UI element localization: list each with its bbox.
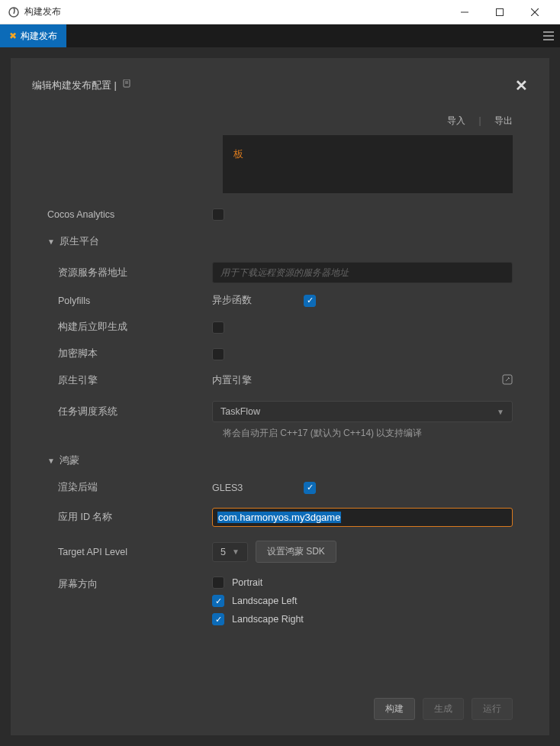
cocos-analytics-checkbox[interactable] [212, 208, 224, 221]
import-link[interactable]: 导入 [447, 115, 465, 126]
edit-icon[interactable] [502, 374, 513, 387]
polyfills-async-checkbox[interactable]: ✓ [304, 295, 316, 307]
row-resource-server: 资源服务器地址 [47, 262, 513, 283]
row-app-id: 应用 ID 名称 com.harmonyos.my3dgame [47, 508, 513, 527]
import-export-row: 导入 | 导出 [11, 115, 549, 135]
landscape-right-checkbox[interactable]: ✓ [212, 613, 224, 625]
close-panel-button[interactable]: ✕ [515, 76, 528, 95]
hamburger-menu-button[interactable] [537, 24, 560, 47]
row-orientation: 屏幕方向 Portrait ✓ Landscape Left ✓ Landsca… [47, 576, 513, 631]
set-harmony-sdk-button[interactable]: 设置鸿蒙 SDK [256, 541, 336, 563]
native-engine-value: 内置引擎 [212, 374, 252, 387]
section-harmony[interactable]: ▼ 鸿蒙 [47, 454, 513, 467]
close-window-button[interactable] [517, 0, 552, 24]
wrench-icon: ✖ [9, 31, 17, 41]
run-button[interactable]: 运行 [471, 698, 513, 720]
panel-header: 编辑构建发布配置 | ✕ [11, 76, 549, 115]
window-titlebar: 构建发布 [0, 0, 560, 24]
content-area: 编辑构建发布配置 | ✕ 导入 | 导出 板 Cocos Analytics ▼… [0, 47, 560, 746]
build-button[interactable]: 构建 [374, 698, 415, 720]
row-task-system: 任务调度系统 TaskFlow ▼ [47, 401, 513, 422]
polyfills-async-label: 异步函数 [212, 294, 304, 307]
encrypt-checkbox[interactable] [212, 348, 224, 360]
export-link[interactable]: 导出 [494, 115, 513, 126]
row-native-engine: 原生引擎 内置引擎 [47, 374, 513, 387]
row-encrypt: 加密脚本 [47, 347, 513, 360]
generate-button[interactable]: 生成 [423, 698, 464, 720]
svg-rect-2 [497, 8, 504, 15]
tab-label: 构建发布 [21, 30, 57, 43]
orientation-landscape-right: ✓ Landscape Right [212, 613, 304, 625]
panel-title: 编辑构建发布配置 | [32, 79, 132, 92]
chevron-down-icon: ▼ [232, 547, 240, 556]
target-api-select[interactable]: 5 ▼ [212, 542, 248, 562]
row-target-api: Target API Level 5 ▼ 设置鸿蒙 SDK [47, 541, 513, 563]
row-cocos-analytics: Cocos Analytics [47, 208, 513, 221]
row-polyfills: Polyfills 异步函数 ✓ [47, 294, 513, 307]
orientation-portrait: Portrait [212, 576, 262, 589]
window-title: 构建发布 [24, 5, 447, 18]
build-after-checkbox[interactable] [212, 321, 224, 334]
render-backend-label: GLES3 [212, 483, 304, 493]
app-icon [8, 6, 20, 18]
portrait-checkbox[interactable] [212, 576, 224, 589]
task-system-helper: 将会自动开启 C++17 (默认为 C++14) 以支持编译 [223, 427, 513, 440]
form-body: Cocos Analytics ▼ 原生平台 资源服务器地址 Polyfills… [11, 208, 549, 686]
row-render-backend: 渲染后端 GLES3 ✓ [47, 481, 513, 494]
minimize-button[interactable] [447, 0, 482, 24]
task-system-select[interactable]: TaskFlow ▼ [212, 401, 513, 422]
render-backend-checkbox[interactable]: ✓ [304, 482, 316, 494]
app-id-input[interactable]: com.harmonyos.my3dgame [212, 508, 513, 527]
tab-bar: ✖ 构建发布 [0, 24, 560, 47]
section-native-platform[interactable]: ▼ 原生平台 [47, 234, 513, 248]
chevron-down-icon: ▼ [497, 408, 504, 416]
resource-server-input[interactable] [212, 262, 513, 283]
chevron-down-icon: ▼ [47, 457, 55, 465]
config-panel: 编辑构建发布配置 | ✕ 导入 | 导出 板 Cocos Analytics ▼… [11, 58, 549, 735]
row-build-after: 构建后立即生成 [47, 321, 513, 334]
orientation-landscape-left: ✓ Landscape Left [212, 595, 298, 607]
footer-buttons: 构建 生成 运行 [11, 686, 549, 720]
tab-build-publish[interactable]: ✖ 构建发布 [0, 24, 66, 47]
landscape-left-checkbox[interactable]: ✓ [212, 595, 224, 607]
chevron-down-icon: ▼ [47, 237, 55, 246]
banner-box: 板 [223, 135, 513, 193]
maximize-button[interactable] [482, 0, 517, 24]
doc-icon[interactable] [123, 79, 132, 91]
